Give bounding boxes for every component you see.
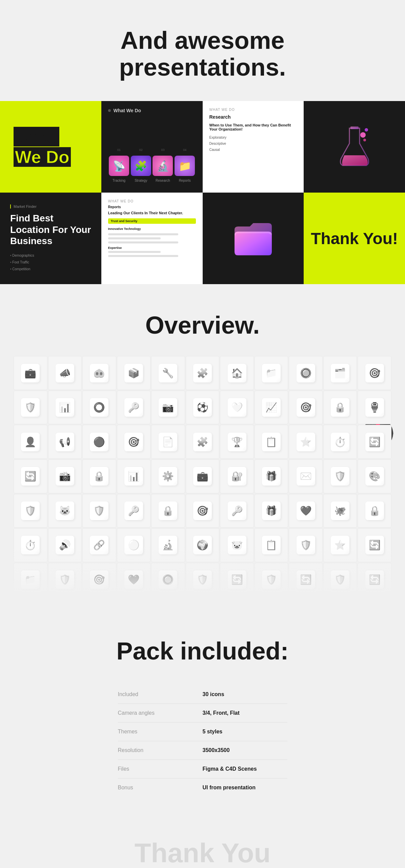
pack-row-value: 30 icons [203, 691, 287, 697]
icon-cell: 🏆 [220, 425, 254, 459]
icon-cell: 🛡️ [82, 494, 116, 528]
icon-cell: 🔑 [117, 391, 151, 425]
icons-grid: 💼📣🐽📦🔧🧩🏠📁🔘🗂️🎯🛡️📊⭕🔑📷⚽🤍📈🎯🔒🏺👤📢🔵🎯📄🧩🏆📋⭐⏱️🔄🔄📸🔒📊… [14, 356, 391, 596]
icon-cell: 🎯 [289, 391, 323, 425]
icon-cell: 🎁 [255, 494, 288, 528]
icon-cell: 🐙 [323, 494, 357, 528]
pack-section: Pack included: Included30 iconsCamera an… [0, 610, 405, 824]
pack-row-label: Included [118, 691, 203, 697]
icon-cell: 🔄 [358, 425, 391, 459]
icon-cell: 🎯 [117, 425, 151, 459]
icon-cell: 🐽 [82, 356, 116, 390]
pack-row-value: Figma & C4D Scenes [203, 766, 287, 772]
icon-cell: 🎯 [358, 356, 391, 390]
svg-point-2 [363, 139, 366, 141]
icon-cell: 📦 [117, 356, 151, 390]
icon-cell: ❤️ [289, 494, 323, 528]
reports-subtitle: Leading Our Clients In Their Next Chapte… [108, 211, 196, 215]
icon-cell: ⚽ [186, 391, 220, 425]
icon-cell: 🔐 [220, 459, 254, 493]
icon-cell: ⭕ [82, 391, 116, 425]
icon-cell: 🔄 [358, 528, 391, 562]
slide-header-what: What We Do [108, 108, 196, 113]
header-dot [108, 109, 111, 112]
icon-cell: 🎁 [255, 459, 288, 493]
icon-cell: 📊 [117, 459, 151, 493]
icon-cell: 📢 [48, 425, 82, 459]
icon-cell: 🏠 [220, 356, 254, 390]
hero-section: And awesome presentations. [0, 0, 405, 101]
icon-cell: ⭐ [289, 425, 323, 459]
icon-cell: 🔒 [358, 494, 391, 528]
icon-cell: 🛡️ [255, 563, 288, 597]
icon-cell: 📸 [48, 459, 82, 493]
icon-cell: 🔄 [220, 563, 254, 597]
slide-folder-dark [203, 193, 304, 284]
footer-thank-you: Thank You [0, 824, 405, 868]
pack-row-value: 3/4, Front, Flat [203, 710, 287, 716]
icon-cell: 🔒 [82, 459, 116, 493]
icon-cell: 🔄 [358, 563, 391, 597]
rep-lines-2 [108, 251, 196, 257]
pack-row: Resolution3500x3500 [118, 741, 287, 760]
reports-title: Reports [108, 205, 196, 209]
research-subtitle: When to Use Them, and How they Can Benef… [209, 123, 297, 131]
slide-dark-flask [304, 101, 405, 193]
thank-you-text: Thank You! [311, 229, 398, 248]
icon-cell: 📋 [255, 528, 288, 562]
pack-title: Pack included: [14, 637, 391, 665]
pack-row: FilesFigma & C4D Scenes [118, 760, 287, 778]
research-main-title: Research [209, 114, 297, 120]
icon-cell: ⏱️ [323, 425, 357, 459]
market-finder-title: Find Best Location For Your Business [10, 213, 91, 247]
icon-cell: 📁 [14, 563, 47, 597]
slide-yellow-what: What We Do [0, 101, 101, 193]
reports-tag2: Innovative Technology [108, 227, 196, 231]
icon-cell: ⭐ [323, 528, 357, 562]
icon-cell: 🧩 [186, 356, 220, 390]
icon-cell: 🔘 [289, 356, 323, 390]
icon-cell: 📷 [151, 391, 185, 425]
icon-cell: 💼 [14, 356, 47, 390]
icon-cell: 🛡️ [323, 563, 357, 597]
icon-cell: 🐱 [48, 494, 82, 528]
icon-cell: 🤍 [220, 391, 254, 425]
icon-cell: 🧩 [186, 425, 220, 459]
icon-cell: 🔒 [151, 494, 185, 528]
pack-row-value: UI from presentation [203, 785, 287, 791]
icon-cell: 🛡️ [14, 494, 47, 528]
icon-cell: ⚪ [117, 528, 151, 562]
icon-cell: 📣 [48, 356, 82, 390]
icon-cell: 🔵 [82, 425, 116, 459]
pack-row-label: Camera angles [118, 710, 203, 716]
reports-tag3: Expertise [108, 246, 196, 250]
pack-row: Included30 icons [118, 685, 287, 704]
market-finder-sublist: Demographics Foot Traffic Competition [10, 252, 91, 273]
icon-cell: 🔘 [151, 563, 185, 597]
icon-cell: 📄 [151, 425, 185, 459]
icon-cell: 🎯 [82, 563, 116, 597]
icon-cell: 🔑 [117, 494, 151, 528]
pack-row: BonusUI from presentation [118, 778, 287, 797]
pack-table: Included30 iconsCamera angles3/4, Front,… [118, 685, 287, 797]
icon-cell: 📈 [255, 391, 288, 425]
icon-cell: 🔑 [220, 494, 254, 528]
icon-cell: 🔊 [48, 528, 82, 562]
icon-tracking: 01 📡 Tracking [109, 148, 129, 182]
pack-row-value: 5 styles [203, 729, 287, 735]
pack-row-label: Bonus [118, 785, 203, 791]
icons-row: 01 📡 Tracking 02 🧩 Strategy 03 🔬 Researc… [108, 120, 196, 186]
rep-lines [108, 233, 196, 243]
icon-cell: ❤️ [117, 563, 151, 597]
pack-row-label: Themes [118, 729, 203, 735]
icons-grid-container: 💼📣🐽📦🔧🧩🏠📁🔘🗂️🎯🛡️📊⭕🔑📷⚽🤍📈🎯🔒🏺👤📢🔵🎯📄🧩🏆📋⭐⏱️🔄🔄📸🔒📊… [14, 356, 391, 596]
icon-cell: 📊 [48, 391, 82, 425]
pack-row-value: 3500x3500 [203, 747, 287, 753]
icon-cell: 🛡️ [323, 459, 357, 493]
overview-section: Overview. 💼📣🐽📦🔧🧩🏠📁🔘🗂️🎯🛡️📊⭕🔑📷⚽🤍📈🎯🔒🏺👤📢🔵🎯📄🧩… [0, 284, 405, 610]
svg-point-0 [360, 132, 366, 138]
icon-cell: 📋 [255, 425, 288, 459]
icon-cell: 🛡️ [289, 528, 323, 562]
icon-cell: ✉️ [289, 459, 323, 493]
pack-row-label: Resolution [118, 747, 203, 753]
